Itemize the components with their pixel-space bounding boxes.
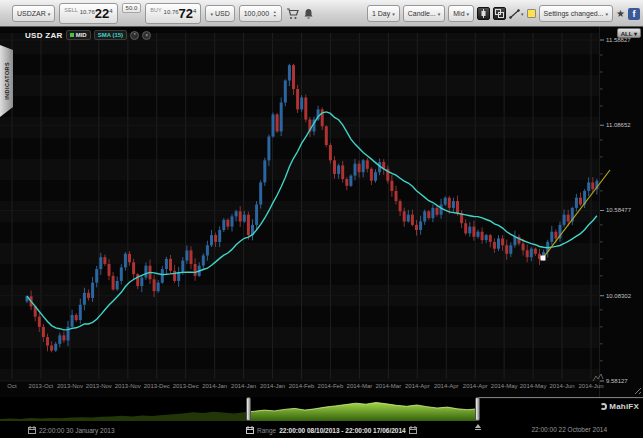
svg-text:2014-May: 2014-May	[491, 383, 518, 389]
sma-line	[27, 112, 597, 330]
svg-text:2014-Jan: 2014-Jan	[260, 383, 285, 389]
trading-app: USDZAR ▾ SELL 10.76 22 4 50.0 BUY 10.76 …	[0, 0, 643, 438]
buy-price-sup: 4	[193, 8, 196, 14]
mid-color-square	[70, 33, 74, 37]
svg-text:2013-Oct: 2013-Oct	[29, 383, 54, 389]
jump-to-handle-button[interactable]	[475, 424, 481, 430]
grid-layer	[0, 27, 600, 397]
chevron-down-icon: ▾	[210, 11, 213, 17]
navigator-area-chart	[0, 397, 643, 421]
eject-icon-bar	[475, 429, 481, 430]
range-handle-left[interactable]	[246, 397, 251, 421]
trendline-tool-icon	[509, 9, 521, 19]
currency-selector[interactable]: ▾ USD	[205, 5, 234, 22]
order-cart-button[interactable]	[286, 8, 299, 20]
svg-text:2014-Apr: 2014-Apr	[405, 383, 430, 389]
cart-icon	[286, 8, 299, 20]
indicators-tab-label: INDICATORS	[4, 62, 10, 100]
buy-price-big: 72	[179, 7, 193, 21]
facebook-icon: f	[633, 9, 636, 19]
range-start-calendar-icon[interactable]	[246, 426, 254, 434]
sell-button[interactable]: SELL 10.76 22 4	[59, 3, 117, 24]
svg-text:2013-Dec: 2013-Dec	[144, 383, 170, 389]
brand-logo: MahiFX	[600, 402, 639, 411]
line-color-swatch[interactable]	[527, 9, 536, 18]
currency-label: USD	[215, 10, 230, 17]
svg-text:2014-Mar: 2014-Mar	[347, 383, 373, 389]
min-price-icon	[593, 374, 603, 381]
alerts-button[interactable]	[303, 8, 314, 20]
price-mode-selector[interactable]: Mid ▾	[448, 5, 474, 22]
range-handle-right[interactable]	[475, 397, 480, 421]
history-start-group: 22:00:00 30 January 2013	[28, 426, 115, 434]
gear-icon: *	[134, 33, 136, 38]
settings-selector[interactable]: Settings changed... ▾	[539, 5, 613, 22]
sell-price-sup: 4	[109, 8, 112, 14]
svg-text:2014-Feb: 2014-Feb	[289, 383, 315, 389]
status-bar: 22:00:00 30 January 2013 Range 22:00:00 …	[0, 421, 643, 438]
chart-header: USD ZAR MID SMA (15) * ×	[25, 30, 151, 40]
step-down-icon: ▼	[273, 14, 276, 18]
chevron-down-icon: ▾	[392, 11, 395, 17]
indicator-remove-button[interactable]: ×	[142, 31, 151, 40]
candlestick-chart[interactable]: Oct2013-Oct2013-Nov2013-Nov2013-Nov2013-…	[0, 27, 643, 397]
range-end-calendar-icon[interactable]	[409, 426, 417, 434]
spread-value: 50.0	[122, 3, 142, 13]
pair-label: USDZAR	[17, 10, 46, 17]
indicator-settings-button[interactable]: *	[130, 31, 139, 40]
mid-badge[interactable]: MID	[66, 30, 91, 40]
trendline-handle[interactable]	[541, 256, 546, 261]
brand-name: MahiFX	[609, 402, 639, 411]
sell-price-small: 10.76	[80, 9, 95, 15]
tile-windows-button[interactable]	[493, 7, 506, 20]
svg-text:2013-Nov: 2013-Nov	[115, 383, 141, 389]
period-label: 1 Day	[372, 10, 390, 17]
svg-text:Oct: Oct	[7, 383, 17, 389]
sma-indicator-badge[interactable]: SMA (15)	[94, 30, 127, 40]
x-axis-labels: Oct2013-Oct2013-Nov2013-Nov2013-Nov2013-…	[7, 383, 603, 389]
chevron-down-icon: ▾	[521, 11, 524, 17]
panes-icon	[495, 9, 504, 18]
chart-type-selector[interactable]: Candle... ▾	[403, 5, 446, 22]
sell-price-big: 22	[95, 7, 109, 21]
candle-window-icon	[479, 9, 488, 18]
svg-text:2013-Nov: 2013-Nov	[86, 383, 112, 389]
svg-text:2014-Feb: 2014-Feb	[318, 383, 344, 389]
svg-text:2014-May: 2014-May	[520, 383, 547, 389]
line-tool-button[interactable]: ▾	[509, 9, 524, 19]
svg-text:2013-Dec: 2013-Dec	[173, 383, 199, 389]
favorite-star-icon[interactable]: ★	[616, 9, 625, 19]
indicators-tab[interactable]: INDICATORS	[0, 45, 13, 117]
svg-text:2013-Nov: 2013-Nov	[57, 383, 83, 389]
svg-text:10.58477: 10.58477	[606, 207, 632, 213]
toolbar-left-group: USDZAR ▾ SELL 10.76 22 4 50.0 BUY 10.76 …	[12, 0, 314, 27]
popout-chart-button[interactable]	[477, 7, 490, 20]
calendar-icon[interactable]	[28, 426, 36, 434]
svg-text:2014-Jan: 2014-Jan	[231, 383, 256, 389]
chart-area: Oct2013-Oct2013-Nov2013-Nov2013-Nov2013-…	[0, 27, 643, 397]
candles-layer	[26, 64, 599, 353]
range-value: 22:00:00 08/10/2013 - 22:00:00 17/06/201…	[279, 427, 406, 434]
close-icon: ×	[145, 33, 148, 38]
amount-stepper[interactable]: 100,000 ▲ ▼	[239, 5, 282, 22]
stepper-arrows[interactable]: ▲ ▼	[273, 10, 276, 18]
range-label: Range	[257, 427, 276, 434]
facebook-button[interactable]: f	[628, 8, 640, 20]
zoom-all-button[interactable]: ALL ▾	[617, 28, 641, 38]
toolbar-right-group: 1 Day ▾ Candle... ▾ Mid ▾	[367, 0, 640, 27]
svg-text:2014-Jun: 2014-Jun	[578, 383, 603, 389]
chart-title: USD ZAR	[25, 31, 63, 40]
period-selector[interactable]: 1 Day ▾	[367, 5, 400, 22]
chevron-down-icon: ▾	[48, 11, 51, 17]
chevron-down-icon: ▾	[606, 11, 609, 17]
chart-type-label: Candle...	[408, 10, 436, 17]
svg-text:2014-Mar: 2014-Mar	[376, 383, 402, 389]
buy-button[interactable]: BUY 10.76 72 4	[145, 3, 201, 24]
range-navigator[interactable]: MahiFX	[0, 397, 643, 421]
history-end-time: 22:00:00 22 October 2014	[531, 426, 607, 433]
pair-selector[interactable]: USDZAR ▾	[12, 5, 55, 22]
eject-icon	[475, 424, 481, 428]
settings-label: Settings changed...	[544, 10, 604, 17]
amount-value: 100,000	[244, 10, 269, 17]
chevron-down-icon: ▾	[467, 11, 470, 17]
